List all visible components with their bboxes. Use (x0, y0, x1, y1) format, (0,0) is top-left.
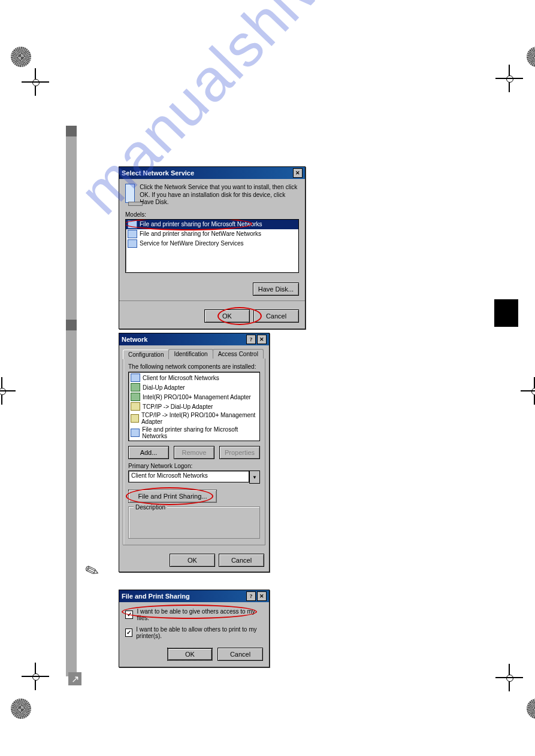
adapter-icon (131, 393, 140, 401)
page-thumb-tab (494, 299, 518, 327)
primary-logon-label: Primary Network Logon: (128, 463, 260, 469)
file-print-sharing-dialog: File and Print Sharing ? ✕ I want to be … (119, 590, 270, 667)
dialog1-title: Select Network Service (122, 169, 293, 177)
checkbox-checked-icon[interactable] (125, 611, 133, 619)
crop-mark-top-left (11, 47, 53, 89)
add-button[interactable]: Add... (128, 446, 169, 459)
component-label: TCP/IP -> Intel(R) PRO/100+ Management A… (141, 412, 258, 425)
close-icon[interactable]: ✕ (257, 335, 267, 344)
page-side-bar (66, 126, 77, 676)
crop-mark-mid-left (0, 371, 24, 413)
chevron-down-icon[interactable]: ▼ (249, 470, 260, 484)
dialog2-title: Network (122, 336, 246, 343)
service-icon (131, 429, 140, 437)
share-printers-option[interactable]: I want to be able to allow others to pri… (119, 624, 269, 642)
ok-button[interactable]: OK (204, 309, 250, 323)
component-item[interactable]: File and printer sharing for Microsoft N… (129, 426, 259, 440)
component-label: Intel(R) PRO/100+ Management Adapter (143, 394, 251, 400)
service-icon (128, 239, 137, 248)
network-service-icon (125, 184, 135, 203)
crop-mark-top-right (505, 47, 535, 89)
primary-logon-combo[interactable]: Client for Microsoft Networks ▼ (128, 470, 260, 484)
share-files-option[interactable]: I want to be able to give others access … (119, 606, 269, 624)
crop-mark-bottom-left (11, 677, 53, 719)
cancel-button[interactable]: Cancel (217, 648, 263, 661)
share-printers-label: I want to be able to allow others to pri… (136, 626, 263, 639)
file-print-sharing-button[interactable]: File and Print Sharing... (128, 490, 217, 503)
components-label: The following network components are ins… (128, 363, 260, 370)
tab-configuration[interactable]: Configuration (123, 350, 169, 359)
components-listbox[interactable]: Client for Microsoft Networks Dial-Up Ad… (128, 372, 260, 441)
component-label: File and printer sharing for Microsoft N… (142, 426, 258, 439)
tab-identification[interactable]: Identification (168, 349, 213, 359)
dialog1-instruction: Click the Network Service that you want … (140, 184, 299, 207)
models-listbox[interactable]: File and printer sharing for Microsoft N… (125, 219, 299, 273)
component-label: Client for Microsoft Networks (143, 375, 219, 381)
help-icon[interactable]: ? (246, 335, 256, 344)
properties-button[interactable]: Properties (219, 446, 260, 459)
model-item[interactable]: Service for NetWare Directory Services (126, 239, 298, 248)
model-item-selected[interactable]: File and printer sharing for Microsoft N… (126, 220, 298, 229)
component-label: Dial-Up Adapter (143, 384, 185, 391)
configuration-panel: The following network components are ins… (123, 359, 265, 545)
cancel-button[interactable]: Cancel (219, 554, 264, 567)
model-item-label: File and printer sharing for NetWare Net… (140, 230, 261, 237)
dialog3-title: File and Print Sharing (122, 593, 246, 600)
cancel-button[interactable]: Cancel (253, 309, 299, 323)
component-item[interactable]: Client for Microsoft Networks (129, 373, 259, 382)
component-item[interactable]: TCP/IP -> Dial-Up Adapter (129, 402, 259, 411)
have-disk-button[interactable]: Have Disk... (253, 283, 299, 296)
model-item-label: Service for NetWare Directory Services (140, 240, 244, 247)
service-icon (128, 220, 137, 229)
page-continue-arrow-icon: ↗ (68, 672, 81, 685)
adapter-icon (131, 383, 140, 391)
service-icon (128, 230, 137, 238)
network-dialog: Network ? ✕ Configuration Identification… (119, 333, 270, 572)
client-icon (131, 374, 140, 382)
description-group: Description (128, 506, 260, 539)
crop-mark-bottom-right (505, 677, 535, 719)
component-item[interactable]: Intel(R) PRO/100+ Management Adapter (129, 392, 259, 402)
tab-access-control[interactable]: Access Control (213, 349, 264, 359)
dialog1-titlebar[interactable]: Select Network Service ✕ (119, 167, 305, 179)
models-label: Models: (125, 211, 299, 218)
remove-button[interactable]: Remove (174, 446, 214, 459)
checkbox-checked-icon[interactable] (125, 629, 132, 637)
close-icon[interactable]: ✕ (293, 168, 303, 178)
model-item[interactable]: File and printer sharing for NetWare Net… (126, 229, 298, 239)
description-label: Description (134, 504, 167, 511)
close-icon[interactable]: ✕ (257, 591, 267, 601)
dialog2-titlebar[interactable]: Network ? ✕ (119, 333, 269, 345)
help-icon[interactable]: ? (246, 591, 256, 601)
protocol-icon (131, 414, 139, 423)
ok-button[interactable]: OK (167, 648, 213, 661)
ok-button[interactable]: OK (170, 554, 215, 567)
model-item-label: File and printer sharing for Microsoft N… (140, 221, 262, 227)
note-pencil-icon: ✎ (82, 560, 102, 583)
crop-mark-mid-right (515, 371, 535, 413)
component-item[interactable]: TCP/IP -> Intel(R) PRO/100+ Management A… (129, 411, 259, 426)
component-label: TCP/IP -> Dial-Up Adapter (143, 403, 213, 410)
component-item[interactable]: Dial-Up Adapter (129, 382, 259, 392)
select-network-service-dialog: Select Network Service ✕ Click the Netwo… (119, 166, 306, 329)
protocol-icon (131, 402, 140, 411)
share-files-label: I want to be able to give others access … (137, 608, 263, 621)
primary-logon-value: Client for Microsoft Networks (128, 470, 249, 482)
dialog3-titlebar[interactable]: File and Print Sharing ? ✕ (119, 590, 269, 602)
tab-strip: Configuration Identification Access Cont… (119, 345, 269, 359)
